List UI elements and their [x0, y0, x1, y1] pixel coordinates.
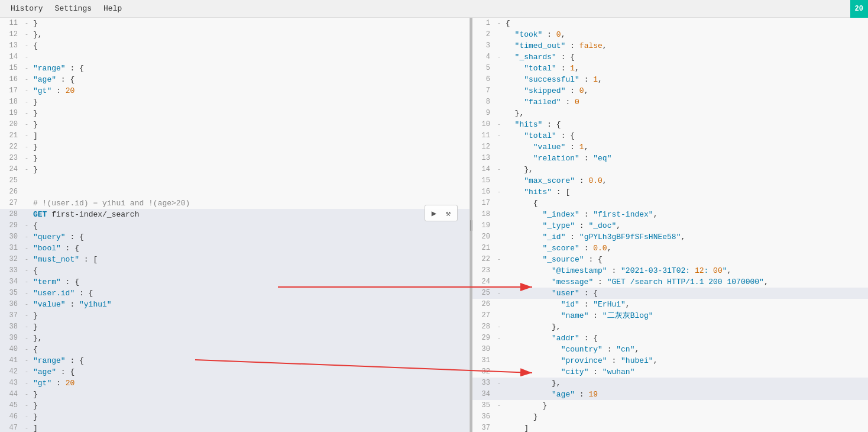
fold-indicator[interactable]: -	[22, 108, 31, 119]
left-code-area[interactable]: 11-}12-},13-{14-15-"range" : {16-"age" :…	[0, 18, 469, 432]
menu-help[interactable]: Help	[98, 2, 128, 15]
fold-indicator[interactable]: -	[22, 96, 31, 108]
fold-indicator[interactable]: -	[22, 400, 31, 411]
fold-indicator[interactable]: -	[495, 288, 503, 299]
fold-indicator[interactable]: -	[495, 254, 503, 265]
line-content: "total" : {	[503, 130, 868, 141]
code-line-13: 13-{	[0, 40, 469, 51]
fold-indicator[interactable]: -	[495, 186, 503, 198]
line-content: }	[31, 153, 469, 164]
fold-indicator[interactable]: -	[495, 18, 503, 29]
line-content: "_index" : "first-index",	[503, 209, 868, 220]
fold-indicator[interactable]: -	[495, 51, 503, 63]
code-line-25: 25- "user" : {	[472, 288, 868, 299]
code-line-4: 4- "_shards" : {	[472, 51, 868, 63]
fold-indicator[interactable]: -	[22, 321, 31, 333]
code-line-7: 7 "skipped" : 0,	[472, 85, 868, 96]
line-number: 44	[0, 389, 22, 400]
line-number: 15	[472, 175, 495, 186]
fold-indicator[interactable]: -	[22, 231, 31, 243]
line-content: }	[31, 18, 469, 29]
code-line-14: 14-	[0, 51, 469, 63]
code-line-24: 24 "message" : "GET /search HTTP/1.1 200…	[472, 276, 868, 288]
line-number: 28	[472, 321, 495, 333]
menu-history[interactable]: History	[5, 2, 49, 15]
line-number: 38	[0, 321, 22, 333]
code-line-39: 39-},	[0, 333, 469, 344]
line-number: 31	[0, 243, 22, 254]
fold-indicator[interactable]: -	[22, 310, 31, 321]
line-number: 16	[472, 186, 495, 198]
fold-indicator[interactable]: -	[22, 74, 31, 85]
line-number: 45	[0, 400, 22, 411]
fold-indicator[interactable]: -	[22, 153, 31, 164]
fold-indicator[interactable]: -	[22, 366, 31, 378]
fold-indicator[interactable]: -	[22, 141, 31, 153]
fold-indicator[interactable]: -	[22, 389, 31, 400]
line-content: }	[31, 96, 469, 108]
code-line-31: 31 "province" : "hubei",	[472, 355, 868, 366]
menu-settings[interactable]: Settings	[49, 2, 98, 15]
line-content: "city" : "wuhan"	[503, 366, 868, 378]
line-number: 34	[0, 276, 22, 288]
fold-indicator[interactable]: -	[22, 85, 31, 96]
fold-indicator[interactable]: -	[495, 400, 503, 411]
code-line-29: 29- "addr" : {	[472, 333, 868, 344]
fold-indicator[interactable]: -	[495, 119, 503, 130]
fold-indicator[interactable]: -	[22, 411, 31, 423]
right-code-area[interactable]: 1-{2 "took" : 0,3 "timed_out" : false,4-…	[472, 18, 868, 432]
wrench-button[interactable]: ⚒	[442, 207, 455, 220]
fold-indicator[interactable]: -	[22, 220, 31, 231]
line-content: {	[31, 220, 469, 231]
fold-indicator[interactable]: -	[22, 344, 31, 355]
fold-indicator[interactable]: -	[22, 333, 31, 344]
fold-indicator[interactable]: -	[22, 299, 31, 310]
fold-indicator[interactable]: -	[495, 378, 503, 389]
fold-indicator[interactable]: -	[22, 276, 31, 288]
fold-indicator[interactable]: -	[22, 164, 31, 175]
fold-indicator[interactable]: -	[22, 423, 31, 432]
line-number: 7	[472, 85, 495, 96]
line-content: "timed_out" : false,	[503, 40, 868, 51]
line-number: 11	[472, 130, 495, 141]
fold-indicator[interactable]: -	[22, 288, 31, 299]
fold-indicator[interactable]: -	[495, 321, 503, 333]
line-content: {	[503, 198, 868, 209]
line-number: 2	[472, 29, 495, 40]
fold-indicator[interactable]: -	[22, 254, 31, 265]
line-number: 19	[472, 220, 495, 231]
line-number: 13	[472, 153, 495, 164]
fold-indicator[interactable]: -	[22, 29, 31, 40]
code-line-36: 36-"value" : "yihui"	[0, 299, 469, 310]
fold-indicator[interactable]: -	[495, 164, 503, 175]
fold-indicator[interactable]: -	[22, 265, 31, 276]
fold-indicator[interactable]: -	[22, 130, 31, 141]
code-line-21: 21-]	[0, 130, 469, 141]
line-number: 46	[0, 411, 22, 423]
fold-indicator[interactable]: -	[495, 130, 503, 141]
code-line-14: 14- },	[472, 164, 868, 175]
fold-indicator[interactable]: -	[22, 18, 31, 29]
code-line-30: 30-"query" : {	[0, 231, 469, 243]
code-line-5: 5 "total" : 1,	[472, 63, 868, 74]
line-content: "value" : "yihui"	[31, 299, 469, 310]
code-line-29: 29-{	[0, 220, 469, 231]
fold-indicator[interactable]: -	[22, 378, 31, 389]
line-content: "_shards" : {	[503, 51, 868, 63]
code-line-28: 28- },	[472, 321, 868, 333]
line-number: 32	[472, 366, 495, 378]
fold-indicator[interactable]: -	[495, 333, 503, 344]
run-button[interactable]: ▶	[427, 207, 441, 220]
fold-indicator[interactable]: -	[22, 355, 31, 366]
fold-indicator[interactable]: -	[22, 119, 31, 130]
fold-indicator[interactable]: -	[22, 40, 31, 51]
line-number: 43	[0, 378, 22, 389]
fold-indicator[interactable]: -	[22, 51, 31, 63]
fold-indicator[interactable]: -	[22, 63, 31, 74]
code-line-45: 45-}	[0, 400, 469, 411]
fold-indicator[interactable]: -	[22, 243, 31, 254]
line-content: "took" : 0,	[503, 29, 868, 40]
code-line-15: 15 "max_score" : 0.0,	[472, 175, 868, 186]
line-number: 29	[0, 220, 22, 231]
line-content: "range" : {	[31, 355, 469, 366]
